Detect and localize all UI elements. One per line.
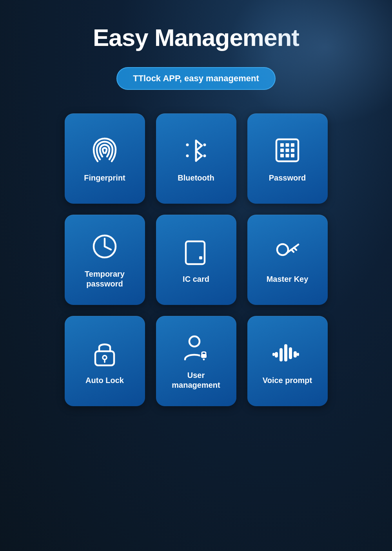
key-icon — [272, 236, 303, 267]
svg-rect-18 — [186, 241, 205, 264]
password-icon — [272, 135, 303, 166]
svg-point-2 — [203, 154, 206, 157]
svg-rect-9 — [280, 148, 284, 152]
card-voice-prompt: Voice prompt — [247, 316, 328, 406]
user-management-icon — [180, 332, 212, 363]
card-master-key: Master Key — [247, 215, 328, 305]
svg-rect-35 — [297, 353, 299, 356]
clock-icon — [89, 231, 120, 262]
bluetooth-icon — [180, 135, 212, 166]
lock-icon — [89, 337, 120, 369]
card-bluetooth-label: Bluetooth — [178, 173, 214, 183]
svg-rect-14 — [291, 154, 294, 157]
card-password: Password — [247, 113, 328, 204]
svg-rect-7 — [286, 143, 289, 147]
svg-line-22 — [294, 248, 296, 250]
svg-rect-19 — [199, 256, 202, 259]
svg-rect-13 — [286, 154, 289, 157]
svg-rect-33 — [289, 347, 292, 359]
card-auto-lock: Auto Lock — [65, 316, 145, 406]
card-master-key-label: Master Key — [267, 274, 309, 284]
svg-rect-36 — [272, 353, 275, 356]
svg-line-23 — [291, 250, 294, 252]
svg-point-27 — [189, 336, 200, 347]
svg-rect-32 — [284, 344, 287, 361]
card-user-management-label: Usermanagement — [172, 370, 220, 390]
svg-rect-11 — [291, 148, 294, 152]
card-user-management: Usermanagement — [156, 316, 236, 406]
card-ic-card-label: IC card — [183, 274, 209, 284]
fingerprint-icon — [89, 135, 120, 166]
svg-rect-24 — [95, 351, 114, 365]
svg-rect-12 — [280, 154, 284, 157]
svg-point-1 — [203, 143, 206, 146]
features-grid: Fingerprint Bluetooth — [41, 113, 351, 406]
svg-rect-29 — [201, 354, 207, 358]
card-fingerprint: Fingerprint — [65, 113, 145, 204]
ic-card-icon — [180, 236, 212, 267]
svg-rect-34 — [294, 351, 297, 358]
voice-icon — [272, 337, 303, 369]
card-auto-lock-label: Auto Lock — [85, 376, 124, 385]
card-bluetooth: Bluetooth — [156, 113, 236, 204]
card-ic-card: IC card — [156, 215, 236, 305]
svg-point-3 — [186, 143, 189, 146]
svg-rect-8 — [291, 143, 294, 147]
card-fingerprint-label: Fingerprint — [84, 173, 125, 183]
page-title: Easy Management — [93, 24, 299, 51]
svg-rect-31 — [279, 348, 283, 361]
svg-rect-6 — [280, 143, 284, 147]
card-temporary-password: Temporarypassword — [65, 215, 145, 305]
svg-rect-30 — [275, 352, 278, 358]
card-temporary-password-label: Temporarypassword — [85, 269, 125, 289]
card-voice-prompt-label: Voice prompt — [263, 376, 312, 385]
card-password-label: Password — [269, 173, 306, 183]
svg-point-4 — [186, 154, 189, 157]
svg-line-17 — [105, 246, 111, 250]
svg-rect-10 — [286, 148, 289, 152]
subtitle-badge: TTlock APP, easy management — [116, 67, 276, 90]
